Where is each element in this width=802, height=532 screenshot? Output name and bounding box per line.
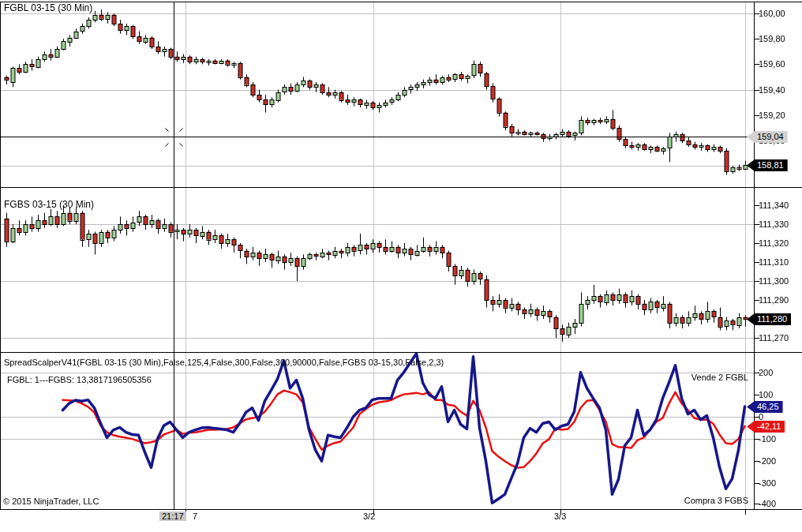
price-axis-tick-label: 159,40: [759, 84, 785, 96]
indicator-spread-readout: FGBL: 1---FGBS: 13,3817196505356: [7, 375, 152, 384]
price-axis-tick-label: 111,340: [759, 200, 789, 211]
indicator-title: SpreadScalperV41(FGBL 03-15 (30 Min),Fal…: [4, 358, 444, 367]
fgbl-panel-title: FGBL 03-15 (30 Min): [4, 2, 92, 13]
price-axis-tick-label: -200: [759, 455, 776, 466]
buy-signal-label: Compra 3 FGBS: [684, 496, 748, 505]
fgbs-last-price-marker: 111,280: [747, 313, 791, 325]
price-axis-tick-label: 200: [759, 367, 773, 378]
price-axis-tick-label: 100: [759, 389, 773, 400]
ninjatrader-chart-window: FGBL 03-15 (30 Min) FGBS 03-15 (30 Min) …: [0, 0, 802, 532]
chart-canvas[interactable]: [0, 0, 802, 532]
time-axis-label: 3/2: [363, 511, 375, 521]
price-axis-tick-label: 159,80: [759, 33, 785, 44]
price-axis-tick-label: 159,60: [759, 58, 785, 69]
copyright-notice: © 2015 NinjaTrader, LLC: [3, 496, 99, 506]
time-axis-label: 7: [193, 511, 197, 521]
price-axis-tick-label: 111,330: [759, 219, 789, 230]
price-axis-tick-label: 160,00: [759, 8, 785, 19]
sell-signal-label: Vende 2 FGBL: [691, 373, 748, 382]
fgbl-last-price-marker: 158,81: [747, 159, 788, 171]
price-axis-tick-label: 0: [759, 411, 763, 422]
price-axis-tick-label: -400: [759, 498, 776, 509]
price-axis-tick-label: -300: [759, 478, 776, 489]
crosshair-time-label: 21:17: [159, 511, 186, 521]
signal-value-marker: -42,11: [747, 421, 785, 433]
fgbs-panel-title: FGBS 03-15 (30 Min): [4, 199, 94, 210]
time-axis-label: 3/3: [554, 511, 566, 521]
price-axis-tick-label: 159,20: [759, 110, 785, 121]
price-axis-tick-label: 111,290: [759, 294, 789, 305]
crosshair-price-marker: 159,04: [747, 131, 788, 143]
price-axis-tick-label: 111,270: [759, 332, 789, 343]
price-axis-tick-label: 111,300: [759, 275, 789, 287]
price-axis-tick-label: 111,310: [759, 257, 789, 268]
price-axis-tick-label: -100: [759, 433, 776, 444]
price-axis-tick-label: 111,320: [759, 238, 789, 249]
